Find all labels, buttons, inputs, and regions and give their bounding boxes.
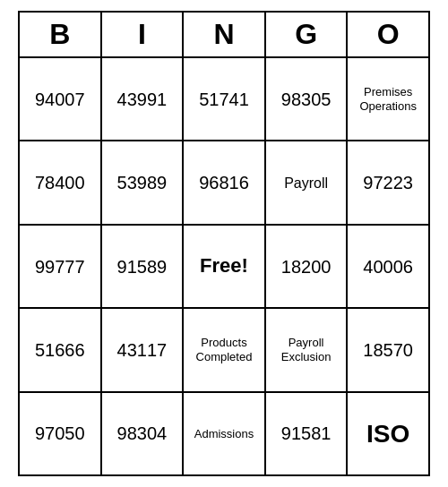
bingo-row-0: 94007439915174198305Premises Operations: [20, 58, 428, 141]
bingo-cell-3-4: 18570: [348, 309, 428, 390]
bingo-cell-0-4: Premises Operations: [348, 58, 428, 140]
bingo-cell-4-4: ISO: [348, 393, 428, 474]
bingo-cell-3-3: Payroll Exclusion: [266, 309, 349, 390]
bingo-cell-1-0: 78400: [20, 141, 102, 223]
bingo-cell-1-4: 97223: [348, 141, 428, 223]
bingo-row-1: 784005398996816Payroll97223: [20, 141, 428, 225]
bingo-cell-3-0: 51666: [20, 309, 102, 390]
bingo-cell-2-1: 91589: [102, 226, 185, 307]
header-cell-o: O: [348, 13, 428, 56]
bingo-cell-4-1: 98304: [102, 393, 185, 474]
bingo-cell-3-2: Products Completed: [184, 309, 266, 390]
bingo-row-4: 9705098304Admissions91581ISO: [20, 393, 428, 474]
bingo-body: 94007439915174198305Premises Operations7…: [20, 58, 428, 474]
bingo-cell-0-0: 94007: [20, 58, 102, 140]
header-cell-n: N: [184, 13, 266, 56]
bingo-cell-4-0: 97050: [20, 393, 102, 474]
bingo-cell-0-1: 43991: [102, 58, 185, 140]
header-cell-i: I: [102, 13, 185, 56]
bingo-cell-1-3: Payroll: [266, 141, 349, 223]
bingo-cell-2-2: Free!: [184, 226, 266, 307]
bingo-cell-2-3: 18200: [266, 226, 349, 307]
bingo-cell-4-2: Admissions: [184, 393, 266, 474]
bingo-cell-3-1: 43117: [102, 309, 185, 390]
bingo-cell-2-0: 99777: [20, 226, 102, 307]
bingo-cell-0-2: 51741: [184, 58, 266, 140]
bingo-row-2: 9977791589Free!1820040006: [20, 226, 428, 309]
bingo-cell-4-3: 91581: [266, 393, 349, 474]
bingo-cell-1-2: 96816: [184, 141, 266, 223]
bingo-card: BINGO 94007439915174198305Premises Opera…: [18, 11, 430, 476]
bingo-cell-2-4: 40006: [348, 226, 428, 307]
bingo-cell-0-3: 98305: [266, 58, 349, 140]
bingo-header: BINGO: [20, 13, 428, 58]
bingo-cell-1-1: 53989: [102, 141, 185, 223]
bingo-row-3: 5166643117Products CompletedPayroll Excl…: [20, 309, 428, 392]
header-cell-b: B: [20, 13, 102, 56]
header-cell-g: G: [266, 13, 349, 56]
